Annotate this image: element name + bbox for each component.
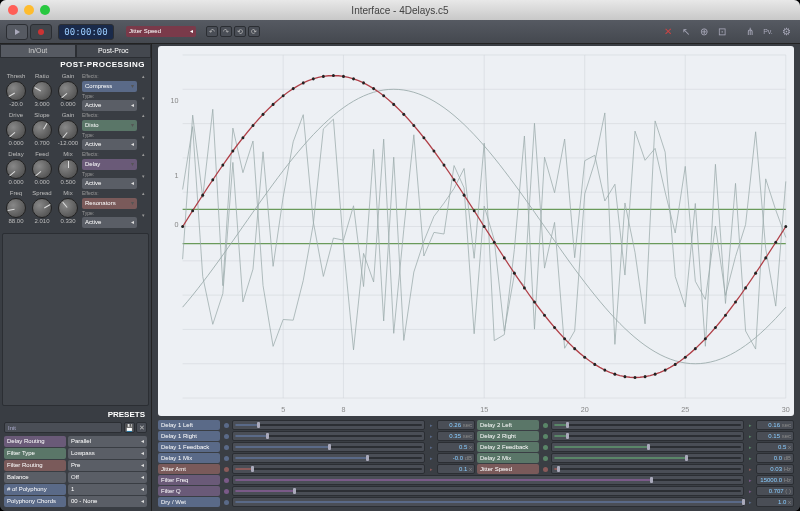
preset-param-value[interactable]: 00 - None◂	[68, 496, 147, 507]
redo-icon[interactable]: ↷	[220, 26, 232, 37]
param-enable-dot[interactable]	[222, 420, 230, 430]
param-value[interactable]: 15000.0 Hz	[756, 475, 794, 485]
parameter-graph[interactable]: 58152025301010	[158, 46, 794, 416]
param-label-button[interactable]: Delay 1 Mix	[158, 453, 220, 463]
play-icon[interactable]: ▸	[427, 420, 435, 430]
param-value[interactable]: -0.0 dB	[437, 453, 475, 463]
param-enable-dot[interactable]	[541, 453, 549, 463]
fit-icon[interactable]: ⊡	[714, 24, 730, 40]
param-enable-dot[interactable]	[222, 431, 230, 441]
cursor-icon[interactable]: ↖	[678, 24, 694, 40]
param-slider[interactable]	[232, 420, 425, 430]
param-label-button[interactable]: Delay 1 Feedback	[158, 442, 220, 452]
param-slider[interactable]	[551, 431, 744, 441]
param-value[interactable]: 1.0 x	[756, 497, 794, 507]
play-icon[interactable]: ▸	[746, 431, 754, 441]
param-enable-dot[interactable]	[541, 442, 549, 452]
param-enable-dot[interactable]	[222, 497, 230, 507]
knob[interactable]	[32, 120, 52, 140]
knob[interactable]	[32, 81, 52, 101]
param-label-button[interactable]: Delay 2 Feedback	[477, 442, 539, 452]
knob[interactable]	[58, 159, 78, 179]
gear-icon[interactable]: ⚙	[778, 24, 794, 40]
param-slider[interactable]	[232, 497, 744, 507]
param-slider[interactable]	[232, 475, 744, 485]
play-icon[interactable]: ▸	[746, 420, 754, 430]
knob[interactable]	[6, 120, 26, 140]
knob[interactable]	[6, 198, 26, 218]
param-enable-dot[interactable]	[222, 486, 230, 496]
play-icon[interactable]: ▸	[427, 442, 435, 452]
effect-select[interactable]: Disto▾	[82, 120, 137, 131]
play-button[interactable]	[6, 24, 28, 40]
param-slider[interactable]	[232, 486, 744, 496]
preset-param-value[interactable]: 1◂	[68, 484, 147, 495]
undo-icon[interactable]: ↶	[206, 26, 218, 37]
param-label-button[interactable]: Delay 1 Left	[158, 420, 220, 430]
param-enable-dot[interactable]	[222, 475, 230, 485]
param-label-button[interactable]: Dry / Wet	[158, 497, 220, 507]
param-label-button[interactable]: Delay 2 Mix	[477, 453, 539, 463]
param-slider[interactable]	[551, 420, 744, 430]
preset-param-value[interactable]: Lowpass◂	[68, 448, 147, 459]
zoom-tool-icon[interactable]: ⊕	[696, 24, 712, 40]
knob[interactable]	[32, 198, 52, 218]
tab-inout[interactable]: In/Out	[0, 44, 76, 58]
param-slider[interactable]	[551, 453, 744, 463]
param-slider[interactable]	[232, 431, 425, 441]
param-label-button[interactable]: Delay 1 Right	[158, 431, 220, 441]
param-enable-dot[interactable]	[541, 420, 549, 430]
effect-select[interactable]: Compress▾	[82, 81, 137, 92]
knob[interactable]	[58, 120, 78, 140]
play-icon[interactable]: ▸	[427, 431, 435, 441]
param-enable-dot[interactable]	[222, 453, 230, 463]
param-value[interactable]: 0.16 sec	[756, 420, 794, 430]
param-slider[interactable]	[232, 442, 425, 452]
param-enable-dot[interactable]	[222, 464, 230, 474]
play-icon[interactable]: ▸	[746, 453, 754, 463]
preset-param-value[interactable]: Off◂	[68, 472, 147, 483]
param-value[interactable]: 0.35 sec	[437, 431, 475, 441]
param-value[interactable]: 0.0 dB	[756, 453, 794, 463]
play-icon[interactable]: ▸	[427, 453, 435, 463]
effect-type-select[interactable]: Active◂	[82, 178, 137, 189]
param-slider[interactable]	[232, 464, 425, 474]
knob[interactable]	[6, 81, 26, 101]
graph-param-select[interactable]: Jitter Speed ◂	[126, 26, 196, 37]
play-icon[interactable]: ▸	[746, 475, 754, 485]
preset-param-value[interactable]: Pre◂	[68, 460, 147, 471]
effect-type-select[interactable]: Active◂	[82, 217, 137, 228]
play-icon[interactable]: ▸	[746, 442, 754, 452]
tab-postproc[interactable]: Post-Proc	[76, 44, 152, 58]
param-label-button[interactable]: Filter Freq	[158, 475, 220, 485]
play-icon[interactable]: ▸	[746, 497, 754, 507]
param-enable-dot[interactable]	[541, 431, 549, 441]
play-icon[interactable]: ▸	[746, 486, 754, 496]
save-preset-icon[interactable]: 💾	[124, 422, 135, 433]
param-value[interactable]: 0.1 x	[437, 464, 475, 474]
record-button[interactable]	[30, 24, 52, 40]
effect-select[interactable]: Resonators▾	[82, 198, 137, 209]
param-value[interactable]: 0.03 Hz	[756, 464, 794, 474]
preview-icon[interactable]: Pv.	[760, 24, 776, 40]
param-enable-dot[interactable]	[222, 442, 230, 452]
signal-icon[interactable]: ⋔	[742, 24, 758, 40]
play-icon[interactable]: ▸	[746, 464, 754, 474]
effect-type-select[interactable]: Active◂	[82, 139, 137, 150]
param-label-button[interactable]: Jitter Amt	[158, 464, 220, 474]
timecode-display[interactable]: 00:00:00	[58, 24, 114, 40]
param-label-button[interactable]: Jitter Speed	[477, 464, 539, 474]
effect-type-select[interactable]: Active◂	[82, 100, 137, 111]
param-enable-dot[interactable]	[541, 464, 549, 474]
knob[interactable]	[58, 81, 78, 101]
preset-param-value[interactable]: Parallel◂	[68, 436, 147, 447]
param-label-button[interactable]: Delay 2 Right	[477, 431, 539, 441]
param-value[interactable]: 0.5 x	[437, 442, 475, 452]
knob[interactable]	[58, 198, 78, 218]
param-slider[interactable]	[232, 453, 425, 463]
disconnect-icon[interactable]: ✕	[660, 24, 676, 40]
delete-preset-icon[interactable]: ✕	[136, 422, 147, 433]
history-icon[interactable]: ⟲	[234, 26, 246, 37]
loop-icon[interactable]: ⟳	[248, 26, 260, 37]
param-label-button[interactable]: Filter Q	[158, 486, 220, 496]
